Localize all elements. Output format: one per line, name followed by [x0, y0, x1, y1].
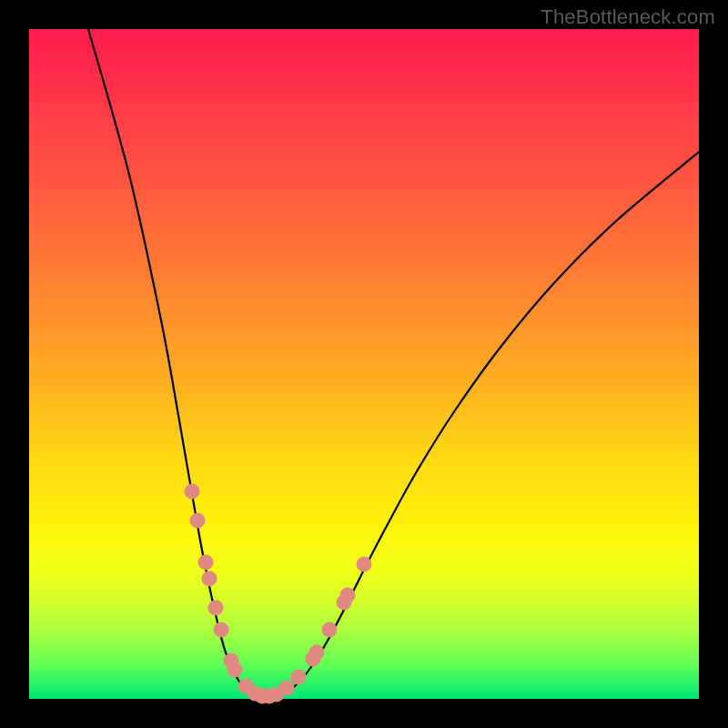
watermark-text: TheBottleneck.com [541, 5, 715, 29]
curve-marker-dot [291, 670, 307, 685]
curve-marker-dot [340, 588, 356, 603]
curve-marker-dot [357, 557, 372, 572]
chart-frame: TheBottleneck.com [0, 0, 728, 728]
curve-svg [29, 29, 699, 699]
curve-marker-dot [190, 513, 206, 529]
curve-markers [185, 484, 372, 704]
plot-area [29, 29, 699, 699]
curve-marker-dot [279, 681, 295, 696]
curve-marker-dot [228, 662, 243, 678]
curve-marker-dot [309, 645, 325, 661]
curve-marker-dot [208, 601, 224, 616]
curve-marker-dot [185, 484, 200, 500]
curve-marker-dot [214, 622, 229, 638]
curve-marker-dot [198, 555, 214, 571]
curve-marker-dot [202, 571, 217, 587]
curve-marker-dot [322, 622, 338, 638]
v-curve [88, 29, 699, 698]
